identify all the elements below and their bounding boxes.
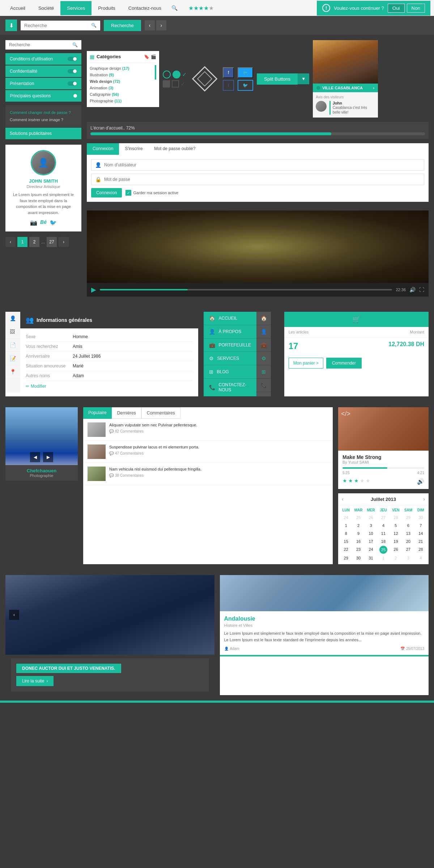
cal-next[interactable]: ›: [423, 496, 425, 502]
cat-calligraphie[interactable]: Calligraphie (56): [90, 91, 156, 98]
username-input[interactable]: [104, 162, 420, 167]
cal-prev[interactable]: ‹: [342, 496, 344, 502]
cal-day-prev-26[interactable]: 26: [365, 514, 377, 521]
music-volume-icon[interactable]: 🔊: [417, 478, 424, 485]
cal-day-8[interactable]: 8: [340, 530, 352, 537]
page-prev[interactable]: ‹: [5, 237, 16, 247]
cal-day-13[interactable]: 13: [402, 530, 414, 537]
chef-next-btn[interactable]: ▶: [43, 452, 53, 462]
cal-day-next-4[interactable]: 4: [415, 554, 427, 562]
username-field[interactable]: 👤: [91, 159, 424, 171]
nav-societe[interactable]: Société: [32, 1, 60, 15]
faq-item-1[interactable]: Comment changer mot de passe ?: [10, 109, 77, 116]
star-3[interactable]: ★: [199, 5, 204, 12]
sidebar-questions[interactable]: Principales questions: [5, 90, 81, 102]
sidebar-presentation-toggle[interactable]: [68, 81, 77, 86]
banner-arrow-left[interactable]: ‹: [9, 610, 19, 620]
mobile-phone-icon[interactable]: 📞: [256, 379, 271, 392]
prev-arrow[interactable]: ‹: [145, 20, 155, 30]
nav-menu-services[interactable]: ⚙ SERVICES: [204, 352, 257, 365]
split-main-btn[interactable]: Split Buttons: [257, 73, 298, 85]
mobile-grid-icon[interactable]: ⊞: [256, 365, 271, 379]
info-icon-file[interactable]: 📄: [5, 339, 20, 352]
cat-webdesign[interactable]: Web design (72): [90, 78, 156, 85]
cal-day-prev-27[interactable]: 27: [377, 514, 389, 521]
cal-day-next-1[interactable]: 1: [377, 554, 389, 562]
bookmark-icon[interactable]: 🔖: [144, 54, 149, 59]
cal-day-7[interactable]: 7: [415, 522, 427, 529]
cal-day-1[interactable]: 1: [340, 522, 352, 529]
cal-day-19[interactable]: 19: [390, 538, 402, 545]
non-button[interactable]: Non: [407, 4, 425, 13]
download-icon[interactable]: ⬇: [5, 20, 17, 31]
cal-day-28[interactable]: 28: [415, 546, 427, 554]
info-icon-image[interactable]: 🖼: [5, 325, 20, 339]
cal-day-27[interactable]: 27: [402, 546, 414, 554]
instagram-icon[interactable]: 📷: [30, 219, 37, 226]
faq-item-2[interactable]: Comment insérer une image ?: [10, 116, 77, 123]
behance-icon[interactable]: Bé: [40, 219, 47, 226]
checkbox-icon[interactable]: ✓: [125, 190, 131, 196]
cal-day-prev-30[interactable]: 30: [415, 514, 427, 521]
cat-graphique[interactable]: Graphique design (17): [90, 65, 156, 72]
tab-commentaires[interactable]: Commentaires: [141, 407, 180, 419]
cal-day-21[interactable]: 21: [415, 538, 427, 545]
commender-button[interactable]: Commender: [326, 358, 362, 369]
cal-day-16[interactable]: 16: [352, 538, 364, 545]
ville-arrow-icon[interactable]: ›: [373, 86, 375, 90]
tab-connexion[interactable]: Connexion: [87, 143, 119, 155]
music-star-3[interactable]: ★: [354, 478, 359, 484]
info-icon-note[interactable]: 📝: [5, 352, 20, 365]
cal-day-prev-25[interactable]: 25: [352, 514, 364, 521]
music-star-2[interactable]: ★: [348, 478, 353, 484]
info-icon-location[interactable]: 📍: [5, 365, 20, 379]
nav-search-icon[interactable]: 🔍: [171, 5, 178, 11]
panier-button[interactable]: Mon panier >: [289, 358, 323, 369]
password-field[interactable]: 🔒: [91, 174, 424, 185]
sidebar-solutions[interactable]: Solutions publicitaires: [5, 128, 81, 139]
search-box-main[interactable]: 🔍: [21, 21, 100, 30]
nav-menu-apropos[interactable]: 👤 À PROPOS: [204, 325, 257, 339]
password-input[interactable]: [104, 177, 420, 182]
star-4[interactable]: ★: [204, 5, 209, 12]
twitter-filled-btn[interactable]: 🐦: [238, 67, 253, 78]
page-1[interactable]: 1: [17, 237, 27, 247]
oui-button[interactable]: Oui: [388, 4, 405, 13]
next-arrow[interactable]: ›: [156, 20, 166, 30]
sidebar-confidentialite-toggle[interactable]: [68, 69, 77, 73]
nav-menu-blog[interactable]: ⊞ BLOG: [204, 365, 257, 379]
tab-dernieres[interactable]: Dernières: [112, 407, 141, 419]
sidebar-confidentialite[interactable]: Confidentialité: [5, 65, 81, 77]
tab-inscrire[interactable]: S'inscrire: [119, 143, 148, 155]
sidebar-conditions[interactable]: Conditions d'utilisation: [5, 53, 81, 65]
star-1[interactable]: ★: [188, 5, 193, 12]
cal-day-20[interactable]: 20: [402, 538, 414, 545]
nav-menu-accueil[interactable]: 🏠 ACCUEIL: [204, 312, 257, 325]
sidebar-search-input[interactable]: [9, 42, 72, 47]
play-button[interactable]: ▶: [91, 286, 96, 294]
cal-day-3[interactable]: 3: [365, 522, 377, 529]
cal-day-prev-28[interactable]: 28: [390, 514, 402, 521]
search-green-button[interactable]: Recherche: [104, 20, 141, 31]
fullscreen-icon[interactable]: ⛶: [419, 287, 424, 293]
cat-photographie[interactable]: Photographie (11): [90, 98, 156, 104]
nav-produits[interactable]: Produits: [92, 1, 122, 15]
cal-day-9[interactable]: 9: [352, 530, 364, 537]
cal-day-26[interactable]: 26: [390, 546, 402, 554]
nav-accueil[interactable]: Accueil: [4, 1, 32, 15]
cat-illustration[interactable]: Illustration (9): [90, 72, 156, 78]
mobile-user-icon[interactable]: 👤: [256, 325, 271, 339]
cal-day-10[interactable]: 10: [365, 530, 377, 537]
cal-day-29[interactable]: 29: [340, 554, 352, 562]
cal-day-4[interactable]: 4: [377, 522, 389, 529]
mobile-home-icon[interactable]: 🏠: [256, 312, 271, 325]
volume-icon[interactable]: 🔊: [409, 287, 416, 293]
star-5[interactable]: ★: [209, 5, 214, 12]
split-arrow-btn[interactable]: ▼: [298, 73, 309, 84]
tab-motdepasse[interactable]: Mot de passe oublié?: [148, 143, 201, 155]
cal-day-11[interactable]: 11: [377, 530, 389, 537]
page-next[interactable]: ›: [59, 237, 69, 247]
nav-contactez[interactable]: Contactez-nous: [122, 1, 168, 15]
nav-menu-contactez[interactable]: 📞 CONTACTEZ-NOUS: [204, 379, 257, 396]
music-star-1[interactable]: ★: [342, 478, 347, 484]
